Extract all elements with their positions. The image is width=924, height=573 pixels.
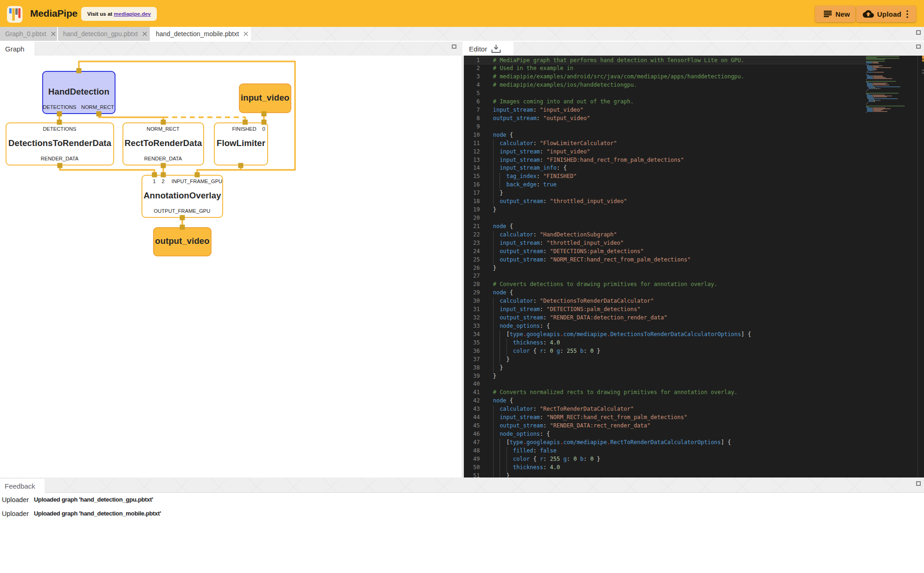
minimap-token [867,95,872,95]
indent-guide [500,447,500,455]
code-line: 25 output_stream: "NORM_RECT:hand_rect_f… [464,256,866,264]
minimap-token [875,68,876,69]
minimap-token [872,83,887,83]
line-number: 20 [464,214,480,223]
minimap-token [900,87,900,87]
code-text: node { [493,131,513,140]
graph-node-output_video[interactable]: output_video [153,227,212,256]
indent-guide [500,347,500,356]
indent-guide [500,464,500,472]
close-tab-icon[interactable] [142,32,147,36]
minimap-token [873,78,892,79]
file-tab-Graph_0.pbtxt[interactable]: Graph_0.pbtxt [0,27,58,41]
visit-us-pill[interactable]: Visit us at mediapipe.dev [81,7,157,21]
indent-guide [507,455,507,464]
line-number: 3 [464,73,480,81]
cloud-upload-icon [863,10,874,18]
minimap-token [873,76,883,77]
graph-node-DetectionsToRenderData[interactable]: DetectionsToRenderDataDETECTIONSRENDER_D… [6,122,114,166]
code-editor[interactable]: 1# MediaPipe graph that performs hand de… [464,56,924,478]
graph-node-HandDetection[interactable]: HandDetectionDETECTIONSNORM_RECT [42,71,116,114]
minimap[interactable] [866,56,918,478]
minimap-token [871,87,875,87]
minimap-token [873,85,873,85]
mediapipe-visualizer-app: MediaPipe Visit us at mediapipe.dev New … [0,0,924,573]
file-tab-hand_detection_gpu.pbtxt[interactable]: hand_detection_gpu.pbtxt [58,27,151,41]
indent-guide [493,140,494,148]
maximize-icon-feedback[interactable] [916,481,921,486]
code-line: 5 [464,89,866,98]
output-port-label: DETECTIONS [43,104,76,110]
code-line: 27 [464,272,866,280]
close-tab-icon[interactable] [244,32,248,36]
code-line: 17 } [464,189,866,197]
maximize-icon-editor[interactable] [916,45,921,49]
code-line: 2# Used in the example in [464,64,866,73]
graph-node-RectToRenderData[interactable]: RectToRenderDataNORM_RECTRENDER_DATA [122,122,204,166]
maximize-icon-graph[interactable] [452,45,456,49]
minimap-token [867,68,874,69]
maximize-icon-file-strip[interactable] [916,30,921,35]
minimap-token [873,110,881,111]
header-buttons: New Upload [815,6,916,22]
code-line: 30 calculator: "DetectionsToRenderDataCa… [464,297,866,306]
line-number: 29 [464,289,480,297]
graph-node-FlowLimiter[interactable]: FlowLimiterFINISHED0 [214,122,268,166]
line-number: 49 [464,455,480,464]
upload-button-label: Upload [877,10,901,18]
file-tab-hand_detection_mobile.pbtxt[interactable]: hand_detection_mobile.pbtxt [151,27,251,41]
code-text: input_stream: "FINISHED:hand_rect_from_p… [493,156,684,165]
indent-guide [493,231,494,239]
code-area[interactable]: 1# MediaPipe graph that performs hand de… [464,57,866,478]
graph-node-AnnotationOverlay[interactable]: AnnotationOverlay12INPUT_FRAME_GPUOUTPUT… [141,175,223,218]
minimap-token [867,90,867,90]
feedback-tab[interactable]: Feedback [0,479,45,493]
minimap-token [867,109,873,110]
code-line: 3# mediapipie/examples/android/src/java/… [464,73,866,81]
indent-guide [493,430,494,439]
minimap-token [881,98,882,99]
line-number: 23 [464,239,480,248]
app-title: MediaPipe [30,0,77,27]
new-button[interactable]: New [815,6,855,22]
minimap-token [876,100,876,101]
indent-guide [500,439,500,447]
minimap-token [866,107,868,107]
minimap-token [866,59,885,60]
file-tab-label: Graph_0.pbtxt [5,30,46,38]
line-number: 41 [464,388,480,397]
download-icon[interactable] [491,45,501,53]
code-line: 22 calculator: "HandDetectionSubgraph" [464,231,866,239]
line-number: 21 [464,223,480,231]
code-text: # mediapipie/examples/android/src/java/c… [493,73,744,81]
indent-guide [500,356,500,364]
input-port-label: NORM_RECT [147,126,180,132]
minimap-token [877,98,881,99]
code-text: } [493,364,503,372]
mediapipe-dev-link[interactable]: mediapipe.dev [114,11,151,17]
minimap-token [866,64,868,65]
graph-tab[interactable]: Graph [0,42,34,56]
minimap-token [867,72,873,72]
minimap-token [871,98,875,99]
minimap-token [868,64,869,65]
close-tab-icon[interactable] [51,32,56,36]
more-options-icon[interactable] [906,10,909,19]
minimap-token [867,96,873,96]
feedback-tab-label: Feedback [5,482,35,490]
line-number: 31 [464,306,480,314]
graph-node-input_video[interactable]: input_video [239,83,291,113]
minimap-token [873,78,873,79]
line-number: 11 [464,140,480,148]
editor-tab[interactable]: Editor [462,42,513,56]
indent-guide [500,455,500,464]
code-line: 50 thickness: 4.0 [464,464,866,472]
code-line: 24 output_stream: "DETECTIONS:palm_detec… [464,248,866,256]
minimap-token [873,100,873,101]
graph-canvas[interactable]: HandDetectionDETECTIONSNORM_RECTinput_vi… [0,56,462,478]
upload-button[interactable]: Upload [856,6,916,22]
mediapipe-logo-icon [7,6,23,23]
minimap-token [877,87,877,87]
indent-guide [507,339,507,347]
minimap-token [868,107,869,107]
